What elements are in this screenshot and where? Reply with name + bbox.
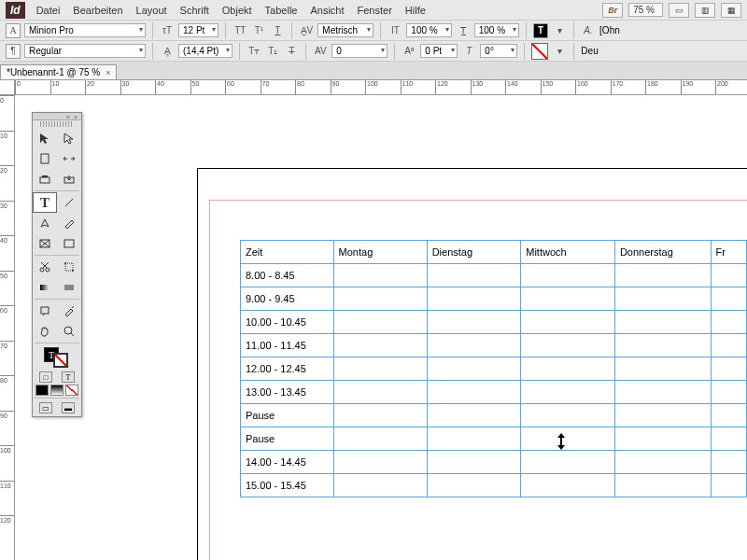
eyedropper-tool[interactable]: [57, 301, 81, 321]
header-freitag[interactable]: Fr: [711, 241, 746, 264]
apply-gradient-icon[interactable]: [50, 385, 63, 396]
horizontal-ruler[interactable]: 0102030405060708090100110120130140150160…: [15, 80, 747, 95]
table-cell[interactable]: [711, 287, 746, 311]
baseline-field[interactable]: 0 Pt: [420, 44, 458, 58]
menu-layout[interactable]: Layout: [136, 5, 167, 16]
table-cell[interactable]: Pause: [241, 404, 334, 427]
menu-tabelle[interactable]: Tabelle: [265, 5, 298, 16]
font-family-dropdown[interactable]: Minion Pro: [24, 23, 146, 37]
direct-selection-tool[interactable]: [57, 128, 81, 148]
table-cell[interactable]: [521, 381, 615, 404]
table-cell[interactable]: [427, 381, 521, 404]
paragraph-mode-icon[interactable]: ¶: [6, 44, 21, 59]
menu-datei[interactable]: Datei: [36, 5, 61, 16]
type-tool[interactable]: T: [33, 192, 57, 213]
format-text-icon[interactable]: T: [62, 371, 75, 383]
table-cell[interactable]: [427, 357, 521, 381]
menu-hilfe[interactable]: Hilfe: [405, 5, 426, 16]
rectangle-tool[interactable]: [57, 233, 81, 254]
table-cell[interactable]: [711, 404, 746, 427]
pen-tool[interactable]: [33, 213, 57, 233]
character-mode-icon[interactable]: A: [6, 23, 21, 38]
table-cell[interactable]: [333, 264, 427, 287]
bridge-button[interactable]: Br: [602, 3, 623, 18]
allcaps-icon[interactable]: TT: [233, 23, 247, 38]
font-size-dropdown[interactable]: 12 Pt: [178, 23, 218, 37]
subscript-icon[interactable]: T₁: [265, 44, 280, 59]
table-cell[interactable]: [711, 264, 746, 287]
table-cell[interactable]: [333, 311, 427, 334]
table-cell[interactable]: [333, 287, 427, 311]
kerning-dropdown[interactable]: Metrisch: [317, 23, 374, 37]
stroke-swatch[interactable]: [53, 353, 68, 368]
page-tool[interactable]: [33, 148, 57, 169]
table-cell[interactable]: [711, 334, 746, 357]
document-canvas[interactable]: Zeit Montag Dienstag Mittwoch Donnerstag…: [15, 95, 747, 560]
close-tab-icon[interactable]: ×: [106, 68, 110, 77]
table-cell[interactable]: [521, 311, 615, 334]
font-style-dropdown[interactable]: Regular: [24, 44, 146, 58]
fill-stroke-swatches[interactable]: T: [33, 344, 81, 371]
scissors-tool[interactable]: [33, 257, 57, 277]
table-cell[interactable]: 14.00 - 14.45: [241, 451, 334, 474]
fill-arrow-icon[interactable]: ▾: [552, 23, 567, 38]
table-cell[interactable]: [521, 474, 615, 497]
tools-grip[interactable]: [40, 121, 74, 127]
table-cell[interactable]: [427, 334, 521, 357]
table-cell[interactable]: [521, 427, 615, 451]
table-cell[interactable]: 11.00 - 11.45: [241, 334, 334, 357]
pencil-tool[interactable]: [57, 213, 81, 233]
table-cell[interactable]: [427, 427, 521, 451]
note-tool[interactable]: [33, 301, 57, 321]
format-container-icon[interactable]: □: [39, 371, 52, 383]
free-transform-tool[interactable]: [57, 257, 81, 277]
document-tab[interactable]: *Unbenannt-1 @ 75 % ×: [0, 64, 117, 79]
table-cell[interactable]: [521, 264, 615, 287]
table-cell[interactable]: [711, 357, 746, 381]
menu-bearbeiten[interactable]: Bearbeiten: [73, 5, 122, 16]
content-placer-tool[interactable]: [57, 169, 81, 189]
apply-none-icon[interactable]: [65, 385, 78, 396]
smallcaps-icon[interactable]: Tᴛ: [247, 44, 261, 59]
table-cell[interactable]: [711, 474, 746, 497]
superscript-icon[interactable]: T¹: [251, 23, 266, 38]
table-cell[interactable]: [521, 451, 615, 474]
table-cell[interactable]: [614, 381, 711, 404]
table-cell[interactable]: [333, 427, 427, 451]
table-cell[interactable]: [333, 451, 427, 474]
table-cell[interactable]: [333, 357, 427, 381]
gap-tool[interactable]: [57, 148, 81, 169]
hscale-dropdown[interactable]: 100 %: [474, 23, 519, 37]
fill-color-icon[interactable]: T: [533, 23, 548, 38]
table-cell[interactable]: [427, 311, 521, 334]
zoom-dropdown[interactable]: 75 %: [628, 3, 663, 17]
vscale-dropdown[interactable]: 100 %: [406, 23, 451, 37]
selection-tool[interactable]: [33, 128, 57, 148]
table-cell[interactable]: 9.00 - 9.45: [241, 287, 334, 311]
table-cell[interactable]: 12.00 - 12.45: [241, 357, 334, 381]
table-cell[interactable]: [521, 287, 615, 311]
vertical-ruler[interactable]: 0102030405060708090100110120: [0, 95, 15, 560]
stroke-arrow-icon[interactable]: ▾: [552, 44, 567, 59]
table-cell[interactable]: [711, 311, 746, 334]
table-cell[interactable]: 13.00 - 13.45: [241, 381, 334, 404]
table-cell[interactable]: [333, 334, 427, 357]
rectangle-frame-tool[interactable]: [33, 233, 57, 254]
table-cell[interactable]: [711, 381, 746, 404]
header-mittwoch[interactable]: Mittwoch: [521, 241, 615, 264]
table-cell[interactable]: [333, 404, 427, 427]
skew-field[interactable]: 0°: [480, 44, 517, 58]
table-cell[interactable]: [427, 404, 521, 427]
table-cell[interactable]: Pause: [241, 427, 334, 451]
underline-icon[interactable]: T: [270, 23, 285, 38]
table-cell[interactable]: [333, 381, 427, 404]
table-cell[interactable]: [614, 264, 711, 287]
gradient-feather-tool[interactable]: [57, 277, 81, 298]
table-cell[interactable]: [614, 404, 711, 427]
table-cell[interactable]: [427, 451, 521, 474]
view-preview-icon[interactable]: ▬: [62, 402, 75, 413]
strikethrough-icon[interactable]: T: [284, 44, 299, 59]
close-panel-icon[interactable]: ×: [74, 114, 79, 119]
table-cell[interactable]: 10.00 - 10.45: [241, 311, 334, 334]
gradient-swatch-tool[interactable]: [33, 277, 57, 298]
